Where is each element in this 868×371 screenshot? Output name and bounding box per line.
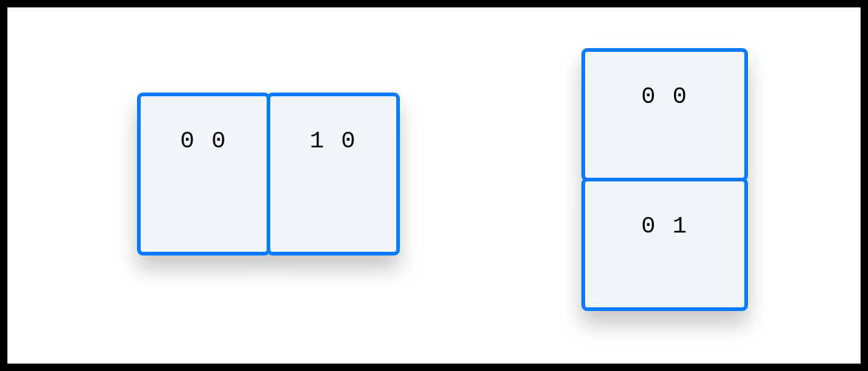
grid-cell: 0 1 (581, 178, 748, 311)
horizontal-pair: 0 0 1 0 (137, 93, 400, 255)
vertical-pair: 0 0 0 1 (581, 48, 748, 311)
cell-coordinate-label: 1 0 (310, 127, 357, 252)
grid-cell: 0 0 (137, 93, 270, 255)
cell-coordinate-label: 0 1 (641, 213, 689, 307)
grid-cell: 0 0 (581, 48, 748, 181)
diagram-canvas: 0 0 1 0 0 0 0 1 (7, 7, 861, 364)
cell-coordinate-label: 0 0 (641, 83, 689, 178)
grid-cell: 1 0 (267, 93, 400, 255)
cell-coordinate-label: 0 0 (180, 127, 227, 252)
